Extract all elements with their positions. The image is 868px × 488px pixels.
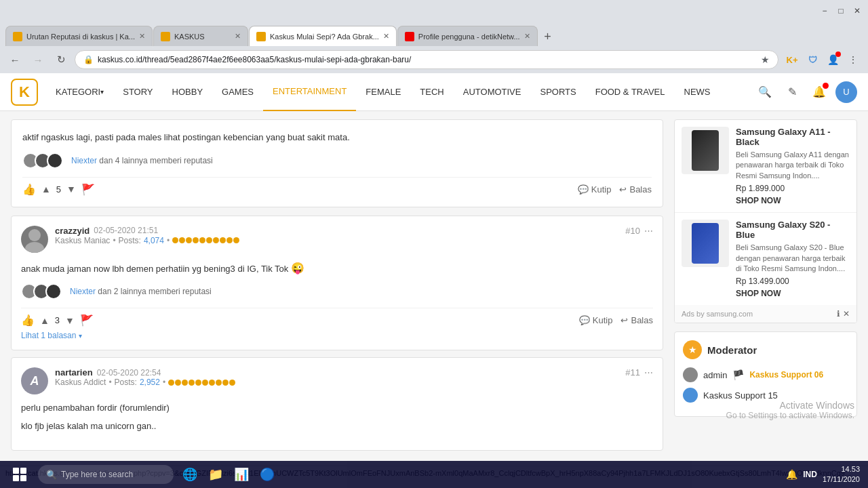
ad-1-info: Samsung Galaxy A11 - Black Beli Samsung …	[736, 127, 850, 205]
comment-11-posts-count[interactable]: 2,952	[140, 378, 160, 387]
comment-11-username-link[interactable]: nartarien	[55, 367, 93, 378]
adblocker-btn[interactable]: 🛡	[803, 50, 822, 69]
close-btn[interactable]: ✕	[852, 5, 863, 16]
mod-support-link[interactable]: Kaskus Support 15	[703, 390, 778, 401]
nav-automotive[interactable]: AUTOMOTIVE	[454, 73, 531, 111]
search-btn[interactable]: 🔍	[754, 81, 776, 103]
comment-10-rep-avatars	[21, 283, 58, 300]
comment-10-upvote[interactable]: ▲	[40, 315, 50, 326]
comment-11-header: A nartarien 02-05-2020 22:54 Kaskus Addi…	[21, 367, 653, 394]
back-btn[interactable]: ←	[5, 50, 24, 69]
nav-entertainment[interactable]: ENTERTAINMENT	[263, 73, 356, 111]
nav-tech[interactable]: TECH	[410, 73, 453, 111]
kaskus-logo[interactable]: K	[11, 79, 38, 106]
tab-3[interactable]: Kaskus Mulai Sepi? Ada Gbrak... ✕	[249, 26, 397, 46]
taskbar-explorer[interactable]: 📁	[203, 462, 228, 481]
nav-story[interactable]: STORY	[113, 73, 162, 111]
nav-kategori[interactable]: KATEGORI	[46, 73, 113, 111]
nav-right: 🔍 ✎ 🔔 U	[754, 81, 857, 103]
nav-sports[interactable]: SPORTS	[530, 73, 585, 111]
tab-1-close[interactable]: ✕	[139, 32, 145, 41]
comment-11-num: #11	[625, 367, 640, 378]
post-intro-rep-text: Niexter dan 4 lainnya memberi reputasi	[71, 156, 213, 165]
comment-11-avatar: A	[21, 367, 48, 394]
ad-2-shop-now[interactable]: SHOP NOW	[736, 289, 850, 298]
comment-10-more[interactable]: ⋯	[644, 226, 653, 236]
taskbar-search[interactable]: 🔍 Type here to search	[38, 465, 174, 481]
more-btn[interactable]: ⋮	[844, 50, 863, 69]
user-avatar[interactable]: U	[835, 81, 857, 103]
tab-3-close[interactable]: ✕	[383, 32, 389, 41]
tab-2[interactable]: KASKUS ✕	[153, 26, 248, 46]
comment-10-downvote[interactable]: ▼	[65, 315, 75, 326]
ad-1-shop-now[interactable]: SHOP NOW	[736, 196, 850, 205]
new-tab-btn[interactable]: +	[538, 27, 557, 46]
taskbar-edge[interactable]: 🌐	[178, 462, 202, 481]
thumbs-up-icon[interactable]: 👍	[22, 183, 36, 196]
extensions-btn[interactable]: K+	[783, 50, 802, 69]
comment-10-username-link[interactable]: crazzyid	[55, 226, 90, 236]
notif-badge	[823, 83, 829, 89]
report-icon[interactable]: 🚩	[81, 183, 95, 196]
nav-female[interactable]: FEMALE	[356, 73, 410, 111]
rep-user-link[interactable]: Niexter	[71, 156, 97, 165]
comment-10-posts-count[interactable]: 4,074	[144, 236, 164, 245]
kutip-btn[interactable]: 💬 Kutip	[578, 184, 612, 195]
nav-news[interactable]: NEWS	[675, 73, 720, 111]
explorer-icon: 📁	[208, 467, 223, 481]
tab-2-close[interactable]: ✕	[235, 32, 241, 41]
mod-title: Moderator	[707, 344, 757, 356]
excel-icon: 📊	[234, 467, 249, 481]
comment-10-report-icon[interactable]: 🚩	[80, 314, 94, 327]
title-bar: − □ ✕	[0, 0, 868, 22]
ad-footer: Ads by samsung.com ℹ ✕	[675, 305, 856, 323]
comment-10-actions: 👍 ▲ 3 ▼ 🚩 💬 Kutip ↩ Balas	[21, 308, 653, 327]
downvote-btn[interactable]: ▼	[66, 184, 76, 195]
forward-btn[interactable]: →	[28, 50, 47, 69]
maximize-btn[interactable]: □	[835, 5, 846, 16]
upvote-btn[interactable]: ▲	[41, 184, 51, 195]
tab-1[interactable]: Urutan Reputasi di kaskus | Ka... ✕	[5, 26, 153, 46]
notifications-btn[interactable]: 🔔	[808, 81, 830, 103]
tab-4-close[interactable]: ✕	[524, 32, 530, 41]
mod-header: ★ Moderator	[683, 340, 848, 359]
comment-10-kutip-btn[interactable]: 💬 Kutip	[579, 315, 613, 325]
ad-1-price: Rp 1.899.000	[736, 184, 850, 193]
taskbar-notif-icon[interactable]: 🔔	[786, 469, 797, 480]
comment-11-body: perlu penambahan fordir (forumlendir) kl…	[21, 401, 653, 434]
sidebar-ad-card: Samsung Galaxy A11 - Black Beli Samsung …	[674, 119, 857, 323]
taskbar-excel[interactable]: 📊	[229, 462, 254, 481]
tab-4[interactable]: Profile pengguna - detikNetw... ✕	[397, 26, 538, 46]
ad-info-icon[interactable]: ℹ	[837, 309, 840, 319]
kutip-icon: 💬	[578, 184, 589, 195]
minimize-btn[interactable]: −	[819, 5, 830, 16]
mod-admin-link[interactable]: admin	[703, 370, 727, 380]
date-display: 17/11/2020	[823, 474, 860, 481]
comment-10-rep-av-3	[45, 283, 62, 300]
svg-point-0	[28, 229, 41, 241]
account-btn[interactable]: 👤	[823, 50, 842, 69]
bookmark-icon[interactable]: ★	[761, 54, 770, 65]
ad-2-title[interactable]: Samsung Galaxy S20 - Blue	[736, 220, 850, 240]
comment-10-balas-btn[interactable]: ↩ Balas	[620, 315, 653, 325]
start-btn[interactable]	[3, 462, 37, 481]
site-wrapper: K KATEGORI STORY HOBBY GAMES ENTERTAINME…	[0, 73, 868, 466]
taskbar-chrome[interactable]: 🔵	[255, 462, 279, 481]
svg-point-1	[25, 242, 44, 253]
comment-11-more[interactable]: ⋯	[644, 367, 653, 378]
comment-10-thumbs-icon[interactable]: 👍	[21, 314, 35, 327]
ad-close-icon[interactable]: ✕	[843, 309, 850, 319]
edit-btn[interactable]: ✎	[781, 81, 803, 103]
nav-games[interactable]: GAMES	[212, 73, 263, 111]
refresh-btn[interactable]: ↻	[52, 50, 71, 69]
chevron-down-icon: ▾	[79, 332, 82, 340]
balas-btn[interactable]: ↩ Balas	[619, 184, 652, 195]
address-bar[interactable]: 🔒 kaskus.co.id/thread/5ead2867f4ae2f6ee8…	[75, 50, 778, 69]
view-replies-btn[interactable]: Lihat 1 balasan ▾	[21, 331, 653, 340]
comment-10-rep-link[interactable]: Niexter	[70, 287, 96, 296]
comment-10-avatar	[21, 226, 48, 253]
time-display: 14.53	[823, 464, 860, 474]
ad-1-title[interactable]: Samsung Galaxy A11 - Black	[736, 127, 850, 147]
nav-hobby[interactable]: HOBBY	[163, 73, 213, 111]
nav-food-travel[interactable]: FOOD & TRAVEL	[586, 73, 675, 111]
